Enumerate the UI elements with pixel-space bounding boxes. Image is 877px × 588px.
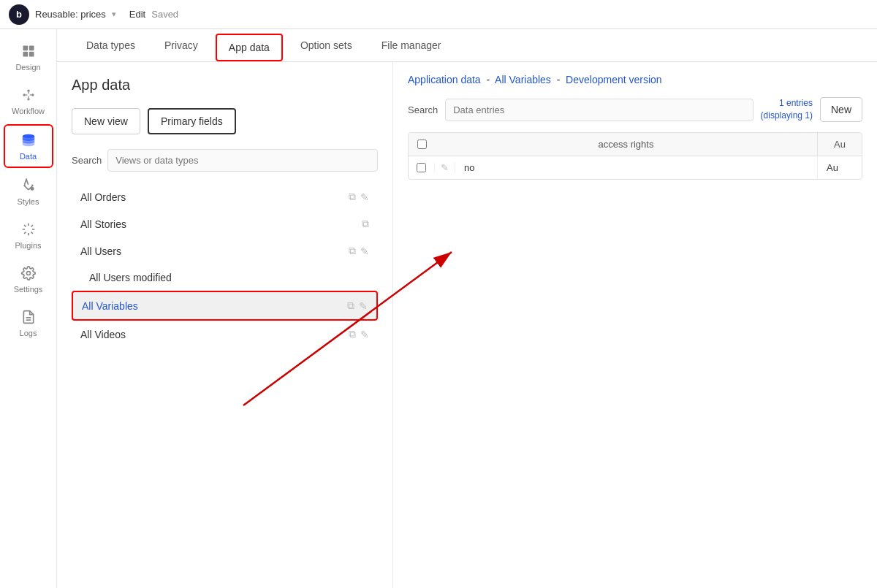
sidebar-label-design: Design <box>15 63 40 72</box>
column-header-access-rights: access rights <box>435 133 818 156</box>
list-item-all-stories[interactable]: All Stories ⧉ <box>72 210 378 237</box>
svg-rect-0 <box>23 46 28 51</box>
edit-icon[interactable]: ✎ <box>360 329 369 340</box>
sidebar-item-logs[interactable]: Logs <box>4 302 53 343</box>
tab-option-sets[interactable]: Option sets <box>286 29 367 61</box>
edit-icon[interactable]: ✎ <box>360 245 369 257</box>
tab-app-data[interactable]: App data <box>216 34 283 61</box>
dropdown-arrow-icon[interactable]: ▾ <box>112 9 116 19</box>
breadcrumb-link-app-data[interactable]: Application data <box>408 74 481 85</box>
copy-icon[interactable]: ⧉ <box>362 218 369 230</box>
topbar: b Reusable: prices ▾ Edit Saved <box>0 0 877 29</box>
table-header-row: access rights Au <box>409 133 862 156</box>
table-header-checkbox <box>409 133 435 156</box>
edit-icon[interactable]: ✎ <box>359 300 368 312</box>
main-layout: Design Workflow Data Styles Plugins <box>0 29 877 588</box>
copy-icon[interactable]: ⧉ <box>349 245 356 257</box>
new-view-button[interactable]: New view <box>72 108 140 134</box>
breadcrumb-link-dev-version[interactable]: Development version <box>566 74 662 85</box>
list-item-label: All Orders <box>80 191 126 203</box>
breadcrumb-title: Application data - All Variables - Devel… <box>408 74 662 85</box>
table-row: ✎ no Au <box>409 156 862 179</box>
list-item-icons: ⧉ ✎ <box>347 299 368 312</box>
list-item-all-users[interactable]: All Users ⧉ ✎ <box>72 237 378 264</box>
sidebar-item-styles[interactable]: Styles <box>4 171 53 212</box>
svg-point-5 <box>27 90 29 92</box>
cell-access-rights: no <box>455 156 818 179</box>
app-name: Reusable: prices <box>35 9 106 20</box>
copy-icon[interactable]: ⧉ <box>349 328 356 340</box>
column-header-au: Au <box>818 133 862 156</box>
sidebar-item-plugins[interactable]: Plugins <box>4 215 53 256</box>
edit-icon[interactable]: ✎ <box>360 191 369 203</box>
cell-au: Au <box>818 156 862 179</box>
sidebar-label-settings: Settings <box>14 285 43 294</box>
copy-icon[interactable]: ⧉ <box>347 299 354 312</box>
right-header: Application data - All Variables - Devel… <box>408 74 862 85</box>
data-icon <box>20 131 37 149</box>
design-icon <box>20 42 37 60</box>
tab-privacy[interactable]: Privacy <box>150 29 213 61</box>
list-item-all-videos[interactable]: All Videos ⧉ ✎ <box>72 321 378 348</box>
sidebar: Design Workflow Data Styles Plugins <box>0 29 57 588</box>
list-item-all-variables[interactable]: All Variables ⧉ ✎ <box>72 291 378 321</box>
svg-rect-1 <box>29 46 34 51</box>
page-title: App data <box>72 77 378 93</box>
sidebar-label-logs: Logs <box>20 329 37 337</box>
row-select-checkbox[interactable] <box>417 163 426 172</box>
svg-rect-2 <box>23 52 28 57</box>
list-item-label: All Users modified <box>89 272 172 283</box>
sidebar-item-workflow[interactable]: Workflow <box>4 80 53 121</box>
sidebar-label-styles: Styles <box>18 197 39 206</box>
svg-point-7 <box>27 98 29 100</box>
svg-point-13 <box>30 187 34 191</box>
data-entries-search-input[interactable] <box>445 99 753 121</box>
copy-icon[interactable]: ⧉ <box>349 191 356 203</box>
sidebar-item-settings[interactable]: Settings <box>4 259 53 299</box>
sidebar-label-plugins: Plugins <box>15 241 41 250</box>
svg-point-6 <box>31 93 34 96</box>
page-wrapper: App data New view Primary fields Search … <box>57 62 877 588</box>
svg-point-4 <box>23 93 25 96</box>
list-item-label: All Videos <box>80 329 126 340</box>
list-item-label: All Variables <box>82 300 138 312</box>
button-row: New view Primary fields <box>72 108 378 134</box>
content-area: Data types Privacy App data Option sets … <box>57 29 877 588</box>
search-row: Search <box>72 149 378 172</box>
right-panel: Application data - All Variables - Devel… <box>393 62 877 588</box>
edit-button[interactable]: Edit <box>129 9 145 20</box>
list-item-icons: ⧉ ✎ <box>349 328 369 340</box>
list-item-label: All Stories <box>80 218 126 230</box>
styles-icon <box>20 177 37 194</box>
list-item-icons: ⧉ ✎ <box>349 245 369 257</box>
data-search-label: Search <box>408 104 438 115</box>
views-search-input[interactable] <box>107 149 378 172</box>
list-item-icons: ⧉ <box>362 218 369 230</box>
entries-count: 1 entries(displaying 1) <box>761 97 813 122</box>
settings-icon <box>20 264 37 282</box>
plugins-icon <box>20 221 37 238</box>
new-entry-button[interactable]: New <box>820 97 862 122</box>
workflow-icon <box>20 86 37 104</box>
tab-file-manager[interactable]: File manager <box>367 29 456 61</box>
primary-fields-button[interactable]: Primary fields <box>148 108 236 134</box>
list-item-all-users-modified[interactable]: All Users modified <box>72 264 378 291</box>
list-item-all-orders[interactable]: All Orders ⧉ ✎ <box>72 183 378 210</box>
svg-rect-3 <box>29 52 34 57</box>
tab-bar: Data types Privacy App data Option sets … <box>57 29 877 62</box>
sidebar-item-design[interactable]: Design <box>4 37 53 77</box>
data-table: access rights Au ✎ no Au <box>408 132 862 180</box>
data-types-list: All Orders ⧉ ✎ All Stories ⧉ All Use <box>72 183 378 348</box>
logs-icon <box>20 308 37 326</box>
list-item-label: All Users <box>80 245 121 257</box>
left-panel: App data New view Primary fields Search … <box>57 62 393 588</box>
saved-status: Saved <box>151 9 178 20</box>
tab-data-types[interactable]: Data types <box>72 29 150 61</box>
breadcrumb-link-all-variables[interactable]: All Variables <box>495 74 551 85</box>
select-all-checkbox[interactable] <box>417 140 427 149</box>
row-checkbox <box>409 163 435 172</box>
data-search-row: Search 1 entries(displaying 1) New <box>408 97 862 122</box>
row-edit-icon[interactable]: ✎ <box>435 162 455 173</box>
sidebar-item-data[interactable]: Data <box>4 124 53 168</box>
sidebar-label-data: Data <box>20 152 37 161</box>
